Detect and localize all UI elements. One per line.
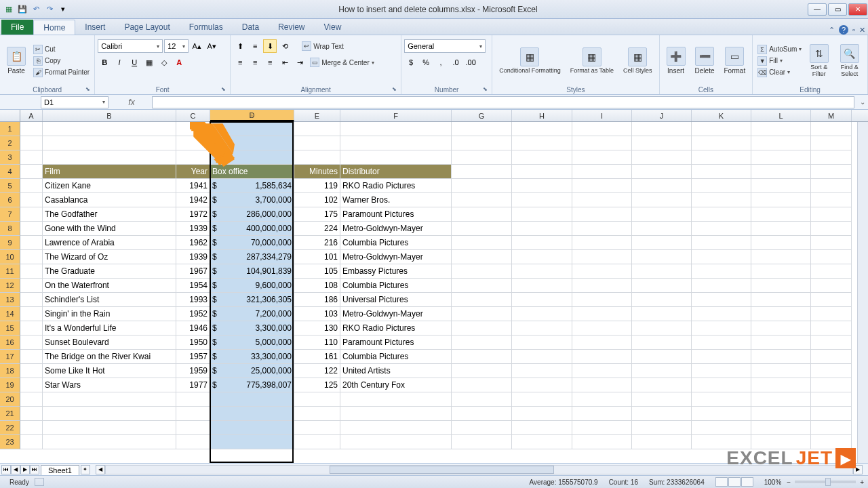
cell[interactable] <box>512 350 572 364</box>
cell[interactable] <box>43 392 176 407</box>
paste-button[interactable]: 📋 Paste <box>3 45 30 76</box>
cell[interactable] <box>43 122 176 136</box>
name-box[interactable]: D1▾ <box>41 96 108 108</box>
zoom-in-button[interactable]: + <box>860 479 864 486</box>
cell[interactable] <box>20 236 43 250</box>
maximize-button[interactable]: ▭ <box>828 3 847 16</box>
cell[interactable] <box>811 307 852 321</box>
tab-file[interactable]: File <box>1 20 33 35</box>
cell[interactable] <box>811 122 852 136</box>
cell[interactable] <box>572 222 632 236</box>
tab-formulas[interactable]: Formulas <box>180 20 233 35</box>
cell[interactable] <box>512 193 572 207</box>
cell[interactable] <box>512 207 572 222</box>
format-button[interactable]: ▭Format <box>719 45 749 76</box>
cell[interactable] <box>572 193 632 207</box>
cell[interactable] <box>20 435 43 449</box>
borders-button[interactable]: ▦ <box>142 56 156 69</box>
view-normal-button[interactable] <box>715 477 728 487</box>
cell[interactable]: Distributor <box>340 165 452 179</box>
cell[interactable] <box>512 136 572 150</box>
clipboard-label[interactable]: Clipboard <box>3 85 92 94</box>
cut-button[interactable]: ✂Cut <box>31 44 92 55</box>
cell[interactable] <box>632 279 692 293</box>
cell[interactable] <box>572 392 632 407</box>
orientation-icon[interactable]: ⟲ <box>278 39 292 53</box>
cell[interactable] <box>294 392 340 407</box>
cell[interactable] <box>632 407 692 421</box>
cell[interactable] <box>632 336 692 350</box>
qat-customize-icon[interactable]: ▾ <box>57 3 69 16</box>
window-close-icon[interactable]: ✕ <box>859 26 865 35</box>
row-header[interactable]: 1 <box>0 122 20 136</box>
cell[interactable] <box>811 264 852 279</box>
cell[interactable] <box>512 407 572 421</box>
cell[interactable] <box>452 165 512 179</box>
cell[interactable]: Star Wars <box>43 378 176 392</box>
tab-home[interactable]: Home <box>33 20 75 35</box>
cell[interactable] <box>751 321 811 336</box>
cell[interactable] <box>20 279 43 293</box>
cell[interactable] <box>512 307 572 321</box>
cell[interactable] <box>632 136 692 150</box>
cell[interactable]: 1967 <box>176 264 210 279</box>
cell[interactable] <box>751 392 811 407</box>
row-header[interactable]: 17 <box>0 350 20 364</box>
cell[interactable] <box>632 165 692 179</box>
cell[interactable] <box>512 378 572 392</box>
cell[interactable] <box>340 435 452 449</box>
cell[interactable] <box>632 392 692 407</box>
cell[interactable] <box>572 364 632 378</box>
row-header[interactable]: 5 <box>0 179 20 193</box>
align-bottom-icon[interactable]: ⬇ <box>263 39 277 53</box>
cell[interactable]: 122 <box>294 364 340 378</box>
cell[interactable] <box>20 392 43 407</box>
cell[interactable]: Metro-Goldwyn-Mayer <box>340 250 452 264</box>
cell[interactable]: United Artists <box>340 364 452 378</box>
tab-view[interactable]: View <box>315 20 351 35</box>
number-format-select[interactable]: General▾ <box>404 39 486 53</box>
cell[interactable]: Metro-Goldwyn-Mayer <box>340 307 452 321</box>
cell[interactable] <box>811 350 852 364</box>
cell[interactable]: $3,700,000 <box>210 193 294 207</box>
format-painter-button[interactable]: 🖌Format Painter <box>31 67 92 78</box>
new-sheet-button[interactable]: ✦ <box>81 465 90 474</box>
cell[interactable]: 1959 <box>176 364 210 378</box>
hscroll-left[interactable]: ◀ <box>96 465 105 474</box>
cell[interactable] <box>176 435 210 449</box>
cell[interactable] <box>20 165 43 179</box>
col-header-G[interactable]: G <box>452 110 512 121</box>
font-color-button[interactable]: A <box>172 56 186 69</box>
cell[interactable]: Schindler's List <box>43 293 176 307</box>
cell[interactable] <box>811 364 852 378</box>
autosum-button[interactable]: ΣAutoSum▾ <box>755 44 804 55</box>
number-label[interactable]: Number <box>404 85 489 94</box>
cell[interactable]: 1954 <box>176 279 210 293</box>
cell[interactable] <box>751 222 811 236</box>
alignment-label[interactable]: Alignment <box>233 85 398 94</box>
cell[interactable] <box>210 421 294 435</box>
cell[interactable]: Casablanca <box>43 193 176 207</box>
cell[interactable] <box>692 378 751 392</box>
row-header[interactable]: 15 <box>0 321 20 336</box>
row-header[interactable]: 8 <box>0 222 20 236</box>
cell[interactable] <box>751 207 811 222</box>
cell[interactable] <box>692 207 751 222</box>
cell[interactable] <box>512 250 572 264</box>
cell[interactable] <box>572 279 632 293</box>
zoom-out-button[interactable]: − <box>787 479 791 486</box>
redo-icon[interactable]: ↷ <box>43 3 56 16</box>
cell[interactable] <box>20 336 43 350</box>
cell[interactable]: 108 <box>294 279 340 293</box>
cell[interactable]: Gone with the Wind <box>43 222 176 236</box>
formula-bar[interactable] <box>152 96 854 108</box>
tab-insert[interactable]: Insert <box>75 20 115 35</box>
cell[interactable]: Box office <box>210 165 294 179</box>
cell[interactable]: Lawrence of Arabia <box>43 236 176 250</box>
cell[interactable] <box>452 364 512 378</box>
cell[interactable] <box>632 421 692 435</box>
cell[interactable] <box>632 150 692 165</box>
cell[interactable] <box>20 179 43 193</box>
cell[interactable] <box>452 392 512 407</box>
window-restore-icon[interactable]: ▫ <box>852 26 855 34</box>
